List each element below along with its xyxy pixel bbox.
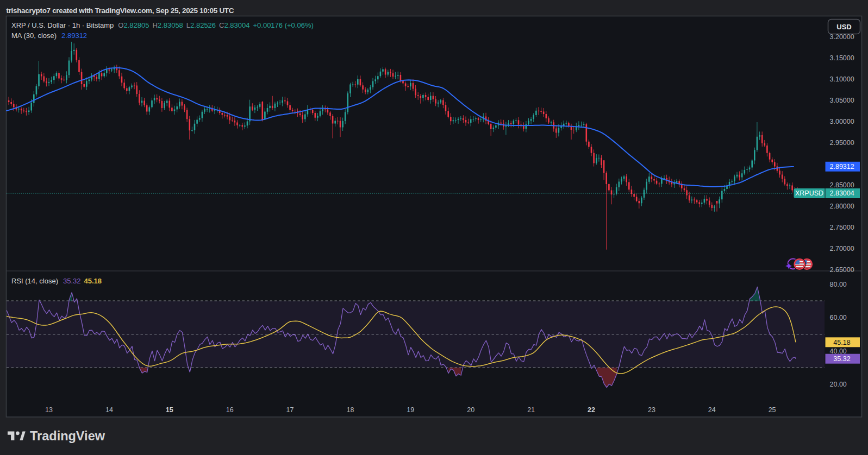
- svg-text:80.00: 80.00: [830, 281, 847, 288]
- svg-text:35.32: 35.32: [833, 355, 850, 363]
- svg-text:21: 21: [527, 406, 535, 414]
- svg-text:2.83004: 2.83004: [830, 189, 854, 197]
- svg-text:XRP / U.S. Dollar · 1h · Bitst: XRP / U.S. Dollar · 1h · BitstampO2.8280…: [11, 21, 314, 29]
- svg-text:24: 24: [708, 406, 716, 414]
- svg-text:2.80000: 2.80000: [830, 203, 854, 210]
- svg-text:19: 19: [407, 406, 414, 414]
- svg-text:13: 13: [45, 406, 53, 414]
- svg-text:XRPUSD: XRPUSD: [795, 189, 823, 197]
- svg-text:3.10000: 3.10000: [830, 75, 854, 83]
- svg-text:trishacrypto7 created with Tra: trishacrypto7 created with TradingView.c…: [7, 7, 234, 15]
- svg-text:23: 23: [648, 406, 655, 414]
- svg-text:RSI (14, close)35.3245.18: RSI (14, close)35.3245.18: [11, 277, 102, 285]
- svg-text:45.18: 45.18: [833, 339, 850, 346]
- svg-text:2.75000: 2.75000: [830, 224, 854, 231]
- svg-text:17: 17: [286, 406, 294, 414]
- svg-text:22: 22: [588, 406, 595, 414]
- svg-text:20.00: 20.00: [830, 381, 847, 388]
- svg-text:2.89312: 2.89312: [830, 163, 854, 170]
- svg-text:3.00000: 3.00000: [830, 118, 854, 125]
- svg-text:18: 18: [346, 406, 354, 414]
- svg-text:MA (30, close)2.89312: MA (30, close)2.89312: [11, 31, 87, 40]
- svg-text:40.00: 40.00: [830, 347, 847, 355]
- svg-text:14: 14: [105, 406, 113, 414]
- svg-text:15: 15: [166, 406, 173, 414]
- svg-text:25: 25: [769, 406, 776, 414]
- svg-text:2.70000: 2.70000: [830, 245, 854, 252]
- svg-text:16: 16: [226, 406, 234, 414]
- svg-text:2.65000: 2.65000: [830, 266, 854, 274]
- svg-text:20: 20: [467, 406, 474, 414]
- svg-text:2.95000: 2.95000: [830, 139, 854, 147]
- svg-text:3.05000: 3.05000: [830, 97, 854, 104]
- svg-text:TradingView: TradingView: [30, 429, 105, 443]
- svg-text:60.00: 60.00: [830, 314, 847, 321]
- svg-text:USD: USD: [836, 23, 851, 31]
- svg-text:3.15000: 3.15000: [830, 54, 854, 62]
- svg-text:2.85000: 2.85000: [830, 181, 854, 189]
